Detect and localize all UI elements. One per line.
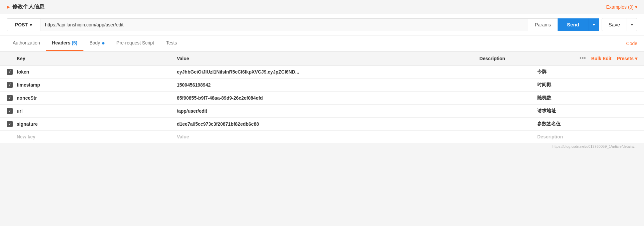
table-row: url /app/user/edit 请求地址 [0, 105, 644, 118]
examples-chevron-icon: ▾ [635, 4, 637, 10]
row-desc-3: 请求地址 [537, 108, 637, 114]
method-button[interactable]: POST ▾ [7, 18, 40, 31]
send-button-group: Send ▾ [558, 18, 599, 31]
tab-authorization-label: Authorization [13, 40, 40, 45]
send-chevron-icon: ▾ [593, 22, 595, 27]
send-button[interactable]: Send [558, 18, 589, 31]
save-button[interactable]: Save [602, 18, 627, 31]
table-row: timestamp 1500456198942 时间戳 [0, 79, 644, 92]
row-value-1[interactable]: 1500456198942 [177, 82, 537, 88]
row-key-0[interactable]: token [17, 69, 177, 75]
row-checkbox-0[interactable] [7, 69, 17, 75]
row-checkbox-1[interactable] [7, 82, 17, 88]
table-row: signature d1ee7a05cc973c3f20871bf82edb6c… [0, 118, 644, 131]
table-actions: ••• Bulk Edit Presets ▾ [580, 55, 637, 62]
tab-tests-label: Tests [166, 40, 177, 45]
send-dropdown-button[interactable]: ▾ [589, 18, 599, 31]
checkbox-icon-0[interactable] [7, 69, 13, 75]
tab-headers[interactable]: Headers (5) [46, 35, 83, 51]
top-bar: ▶ 修改个人信息 Examples (0) ▾ [0, 0, 644, 14]
tab-body-dot [102, 42, 104, 44]
save-label: Save [609, 22, 620, 27]
params-button[interactable]: Params [528, 18, 558, 31]
three-dots-icon[interactable]: ••• [580, 55, 586, 62]
bulk-edit-button[interactable]: Bulk Edit [591, 56, 612, 61]
examples-label: Examples (0) [606, 4, 634, 10]
row-value-4[interactable]: d1ee7a05cc973c3f20871bf82edb6c88 [177, 121, 537, 127]
page-title: ▶ 修改个人信息 [7, 3, 44, 10]
row-checkbox-3[interactable] [7, 108, 17, 114]
table-row: token eyJhbGciOiJIUzI1NiIsInR5cCI6IkpXVC… [0, 66, 644, 79]
row-value-3[interactable]: /app/user/edit [177, 108, 537, 114]
row-desc-0: 令牌 [537, 69, 637, 75]
tab-body[interactable]: Body [83, 35, 110, 51]
row-checkbox-4[interactable] [7, 121, 17, 127]
tab-headers-badge: (5) [72, 40, 77, 45]
send-label: Send [567, 22, 579, 27]
tabs-left: Authorization Headers (5) Body Pre-reque… [7, 35, 183, 51]
new-row: New key Value Description [0, 131, 644, 143]
method-chevron-icon: ▾ [30, 22, 32, 27]
checkbox-icon-3[interactable] [7, 108, 13, 114]
row-key-4[interactable]: signature [17, 121, 177, 127]
tab-headers-label: Headers [52, 40, 70, 45]
presets-chevron-icon: ▾ [635, 56, 637, 61]
checkbox-icon-4[interactable] [7, 121, 13, 127]
title-text: 修改个人信息 [12, 3, 44, 10]
col-key-header: Key [17, 56, 177, 61]
row-key-2[interactable]: nonceStr [17, 95, 177, 101]
row-key-3[interactable]: url [17, 108, 177, 114]
code-button[interactable]: Code [626, 41, 637, 46]
status-bar: https://blog.csdn.net/u012760059_1/artic… [0, 143, 644, 150]
examples-button[interactable]: Examples (0) ▾ [606, 4, 637, 10]
new-desc-placeholder: Description [537, 134, 637, 139]
tab-tests[interactable]: Tests [160, 35, 183, 51]
row-value-0[interactable]: eyJhbGciOiJIUzI1NiIsInR5cCI6IkpXVCJ9.eyJ… [177, 69, 537, 75]
row-desc-2: 随机数 [537, 95, 637, 101]
row-checkbox-2[interactable] [7, 95, 17, 101]
table-rows-container: token eyJhbGciOiJIUzI1NiIsInR5cCI6IkpXVC… [0, 66, 644, 131]
tabs-bar: Authorization Headers (5) Body Pre-reque… [0, 35, 644, 51]
new-value-placeholder: Value [177, 134, 537, 139]
save-button-group: Save ▾ [602, 18, 637, 31]
col-value-header: Value [177, 56, 479, 61]
url-bar: POST ▾ Params Send ▾ Save ▾ [0, 14, 644, 35]
table-row: nonceStr 85f90855-b9f7-48aa-89d9-26c2ef0… [0, 92, 644, 105]
save-dropdown-button[interactable]: ▾ [627, 18, 637, 31]
row-value-2[interactable]: 85f90855-b9f7-48aa-89d9-26c2ef084efd [177, 95, 537, 101]
col-desc-header: Description [479, 56, 580, 61]
row-desc-4: 参数签名值 [537, 121, 637, 127]
checkbox-icon-2[interactable] [7, 95, 13, 101]
presets-label: Presets [617, 56, 634, 61]
status-text: https://blog.csdn.net/u012760059_1/artic… [553, 144, 637, 148]
new-key-placeholder[interactable]: New key [17, 134, 177, 139]
table-header: Key Value Description ••• Bulk Edit Pres… [0, 51, 644, 66]
save-chevron-icon: ▾ [631, 22, 633, 27]
code-label: Code [626, 41, 637, 46]
chevron-right-icon: ▶ [7, 5, 10, 9]
tab-body-label: Body [89, 40, 100, 45]
method-label: POST [15, 22, 28, 27]
presets-button[interactable]: Presets ▾ [617, 56, 637, 61]
row-key-1[interactable]: timestamp [17, 82, 177, 88]
tab-pre-request-script[interactable]: Pre-request Script [110, 35, 160, 51]
checkbox-icon-1[interactable] [7, 82, 13, 88]
params-label: Params [535, 22, 551, 27]
tab-pre-request-label: Pre-request Script [116, 40, 154, 45]
row-desc-1: 时间戳 [537, 82, 637, 88]
tab-authorization[interactable]: Authorization [7, 35, 46, 51]
url-input[interactable] [40, 18, 528, 31]
